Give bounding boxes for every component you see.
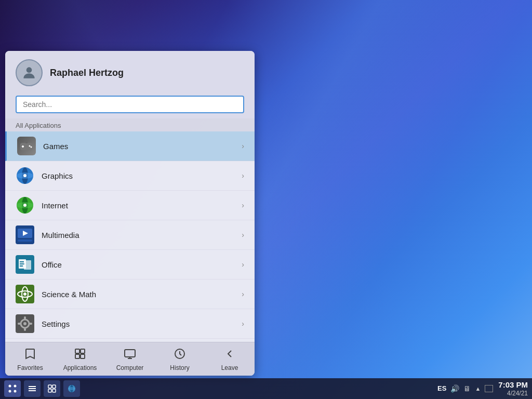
games-icon <box>17 137 36 155</box>
svg-point-62 <box>14 390 17 393</box>
history-icon <box>174 348 186 362</box>
menu-item-office[interactable]: Office › <box>5 250 255 280</box>
svg-rect-64 <box>29 388 36 389</box>
history-label: History <box>170 364 189 371</box>
svg-rect-21 <box>20 261 24 262</box>
svg-point-60 <box>14 385 17 388</box>
taskbar-btn-2[interactable] <box>44 380 60 397</box>
svg-rect-24 <box>24 260 31 270</box>
nav-computer[interactable]: Computer <box>105 342 155 376</box>
system-tray: ES 🔊 🖥 ▲ <box>437 384 493 393</box>
taskbar-right: ES 🔊 🖥 ▲ 7:03 PM 4/24/21 <box>437 380 528 397</box>
taskbar-launcher[interactable] <box>4 380 21 397</box>
menu-item-graphics[interactable]: Graphics › <box>5 161 255 191</box>
games-arrow: › <box>242 142 244 150</box>
svg-point-0 <box>26 67 32 73</box>
office-icon <box>16 255 34 274</box>
leave-label: Leave <box>221 364 238 371</box>
multimedia-arrow: › <box>242 231 244 239</box>
menu-item-internet[interactable]: Internet › <box>5 191 255 220</box>
nav-favorites[interactable]: Favorites <box>5 342 55 376</box>
svg-point-31 <box>23 322 26 325</box>
computer-icon <box>124 348 136 362</box>
clock-time: 7:03 PM <box>498 380 528 390</box>
games-label: Games <box>43 142 242 151</box>
svg-point-4 <box>29 145 31 147</box>
svg-rect-51 <box>75 349 79 353</box>
settings-icon <box>16 314 34 333</box>
svg-rect-33 <box>24 328 26 331</box>
taskbar: ES 🔊 🖥 ▲ 7:03 PM 4/24/21 <box>0 378 532 399</box>
office-label: Office <box>42 260 242 269</box>
svg-rect-18 <box>18 240 32 242</box>
menu-item-system[interactable]: System › <box>5 339 255 342</box>
svg-rect-52 <box>81 349 85 353</box>
taskbar-btn-1[interactable] <box>24 380 41 397</box>
search-container <box>5 91 255 118</box>
volume-icon[interactable]: 🔊 <box>450 384 459 393</box>
username: Raphael Hertzog <box>50 68 124 78</box>
office-arrow: › <box>242 260 244 269</box>
multimedia-label: Multimedia <box>42 231 242 240</box>
menu-item-settings[interactable]: Settings › <box>5 309 255 339</box>
svg-rect-67 <box>52 385 56 388</box>
internet-label: Internet <box>42 201 242 210</box>
settings-label: Settings <box>42 320 242 328</box>
svg-rect-54 <box>81 354 85 358</box>
svg-rect-34 <box>18 323 21 325</box>
avatar <box>16 59 43 86</box>
sciencemath-icon <box>16 285 34 303</box>
taskbar-icon-1 <box>28 384 37 393</box>
taskbar-icon-2 <box>47 384 57 393</box>
menu-item-sciencemath[interactable]: Science & Math › <box>5 280 255 309</box>
taskbar-icon-3 <box>67 384 76 393</box>
graphics-icon <box>16 166 34 185</box>
svg-rect-69 <box>52 389 56 392</box>
lang-indicator[interactable]: ES <box>437 384 446 392</box>
app-menu: Raphael Hertzog All Applications <box>5 51 255 376</box>
clock-date: 4/24/21 <box>498 390 528 397</box>
favorites-icon <box>24 348 36 362</box>
desktop: Raphael Hertzog All Applications <box>0 0 532 399</box>
desktop-icon[interactable] <box>485 385 493 392</box>
svg-point-59 <box>9 385 11 388</box>
favorites-label: Favorites <box>17 364 43 371</box>
svg-point-72 <box>68 387 75 390</box>
leave-icon <box>223 348 236 362</box>
menu-item-games[interactable]: Games › <box>5 131 255 161</box>
svg-rect-35 <box>29 323 32 325</box>
svg-rect-68 <box>48 389 51 392</box>
internet-arrow: › <box>242 201 244 209</box>
multimedia-icon <box>16 225 34 244</box>
sciencemath-arrow: › <box>242 290 244 298</box>
clock[interactable]: 7:03 PM 4/24/21 <box>498 380 528 397</box>
menu-list: Games › Graphics › <box>5 131 255 342</box>
nav-history[interactable]: History <box>155 342 205 376</box>
taskbar-left <box>4 380 80 397</box>
nav-leave[interactable]: Leave <box>205 342 255 376</box>
settings-arrow: › <box>242 320 244 328</box>
section-label: All Applications <box>5 118 255 131</box>
svg-rect-53 <box>75 354 79 358</box>
nav-applications[interactable]: Applications <box>55 342 105 376</box>
bottom-nav: Favorites Applications <box>5 342 255 376</box>
graphics-label: Graphics <box>42 171 242 180</box>
computer-label: Computer <box>116 364 144 371</box>
svg-point-5 <box>31 147 32 148</box>
expand-icon[interactable]: ▲ <box>475 385 481 392</box>
svg-rect-65 <box>29 390 36 391</box>
user-header: Raphael Hertzog <box>5 51 255 91</box>
search-input[interactable] <box>16 96 244 113</box>
applications-label: Applications <box>63 364 97 371</box>
display-icon[interactable]: 🖥 <box>463 384 471 393</box>
applications-icon <box>74 348 86 362</box>
svg-rect-55 <box>125 350 135 357</box>
svg-point-28 <box>23 292 26 296</box>
svg-rect-23 <box>20 265 23 267</box>
taskbar-btn-3[interactable] <box>63 380 80 397</box>
launcher-icon <box>8 384 17 393</box>
svg-rect-63 <box>29 386 36 387</box>
svg-rect-3 <box>22 146 24 147</box>
menu-item-multimedia[interactable]: Multimedia › <box>5 220 255 250</box>
svg-point-14 <box>23 204 26 207</box>
